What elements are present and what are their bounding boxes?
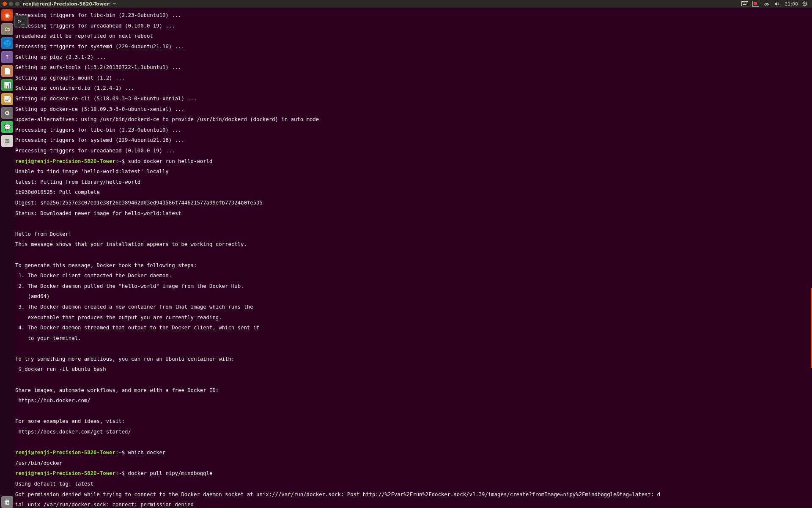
window-controls	[3, 2, 19, 6]
calc-app-icon[interactable]: 📊	[1, 79, 13, 91]
terminal-line: 1b930d010525: Pull complete	[15, 190, 811, 195]
unity-launcher: ◉ 🗂 🌐 ? 📄 📊 📈 >_ ⚙ 💬 ✉ 🗑	[0, 8, 14, 508]
terminal-line: 3. The Docker daemon created a new conta…	[15, 304, 811, 309]
terminal-prompt-line: renji@renji-Precision-5820-Tower:~$ dock…	[15, 471, 811, 476]
terminal-line: ial unix /var/run/docker.sock: connect: …	[15, 502, 811, 507]
writer-app-icon[interactable]: 📄	[1, 65, 13, 77]
top-panel: renji@renji-Precision-5820-Tower: ~ 21:0…	[0, 0, 812, 8]
terminal-line: Setting up containerd.io (1.2.4-1) ...	[15, 86, 811, 91]
browser-app-icon[interactable]: 🌐	[1, 37, 13, 49]
keyboard-indicator-icon[interactable]	[741, 1, 748, 6]
terminal-line: Processing triggers for libc-bin (2.23-0…	[15, 127, 811, 133]
terminal-line: 1. The Docker client contacted the Docke…	[15, 273, 811, 278]
terminal-line	[15, 440, 811, 445]
svg-rect-4	[743, 4, 746, 5]
dash-icon[interactable]: ◉	[1, 9, 13, 21]
svg-marker-5	[775, 2, 777, 6]
terminal-line: Setting up docker-ce-cli (5:18.09.3~3-0~…	[15, 96, 811, 101]
network-indicator-icon[interactable]	[763, 1, 770, 6]
files-app-icon[interactable]: 🗂	[1, 23, 13, 35]
terminal-line	[15, 221, 811, 226]
window-title: renji@renji-Precision-5820-Tower: ~	[23, 1, 116, 7]
settings-app-icon[interactable]: ⚙	[1, 107, 13, 119]
sound-indicator-icon[interactable]	[774, 1, 780, 6]
prompt-icon: >_	[18, 19, 25, 24]
terminal-line: https://hub.docker.com/	[15, 398, 811, 403]
terminal-line: (amd64)	[15, 294, 811, 299]
settings-indicator-icon[interactable]	[802, 1, 807, 6]
terminal-line: 2. The Docker daemon pulled the "hello-w…	[15, 284, 811, 289]
terminal-line: https://docs.docker.com/get-started/	[15, 429, 811, 434]
ubuntu-logo-icon: ◉	[5, 12, 10, 19]
terminal-line: ureadahead will be reprofiled on next re…	[15, 33, 811, 39]
terminal-line: /usr/bin/docker	[15, 461, 811, 466]
terminal-line	[15, 252, 811, 257]
svg-rect-1	[743, 3, 743, 3]
terminal-line: For more examples and ideas, visit:	[15, 419, 811, 424]
terminal-prompt-line: renji@renji-Precision-5820-Tower:~$ sudo…	[15, 159, 811, 164]
trash-can-icon: 🗑	[4, 499, 10, 505]
spreadsheet-icon: 📊	[4, 82, 11, 88]
terminal-line: To generate this message, Docker took th…	[15, 263, 811, 268]
terminal-line: Setting up docker-ce (5:18.09.3~3-0~ubun…	[15, 107, 811, 112]
terminal-line: Processing triggers for ureadahead (0.10…	[15, 148, 811, 153]
window-close-button[interactable]	[3, 2, 7, 6]
terminal-line: To try something more ambitious, you can…	[15, 356, 811, 362]
help-app-icon[interactable]: ?	[1, 51, 13, 63]
terminal-line: Digest: sha256:2557e3c07ed1e38f26e389462…	[15, 200, 811, 205]
terminal-line: Status: Downloaded newer image for hello…	[15, 211, 811, 216]
terminal-line: to your terminal.	[15, 336, 811, 341]
envelope-icon: ✉	[5, 138, 10, 144]
typed-command: sudo docker run hello-world	[128, 158, 213, 164]
terminal-line	[15, 409, 811, 414]
clock-indicator[interactable]: 21:00	[785, 1, 798, 7]
terminal-line: This message shows that your installatio…	[15, 242, 811, 247]
terminal-viewport[interactable]: Processing triggers for libc-bin (2.23-0…	[14, 8, 812, 508]
typed-command: which docker	[128, 450, 166, 456]
terminal-line: Processing triggers for systemd (229-4ub…	[15, 44, 811, 49]
terminal-line: update-alternatives: using /usr/bin/dock…	[15, 117, 811, 122]
svg-rect-0	[742, 2, 748, 6]
window-minimize-button[interactable]	[9, 2, 13, 6]
mail-app-icon[interactable]: ✉	[1, 135, 13, 147]
terminal-line: $ docker run -it ubuntu bash	[15, 367, 811, 372]
terminal-line: Using default tag: latest	[15, 481, 811, 486]
terminal-line: executable that produces the output you …	[15, 315, 811, 320]
question-icon: ?	[5, 54, 8, 61]
presentation-icon: 📈	[4, 96, 11, 102]
terminal-line: Hello from Docker!	[15, 232, 811, 237]
globe-icon: 🌐	[4, 40, 11, 47]
terminal-line	[15, 346, 811, 351]
folder-icon: 🗂	[4, 26, 10, 33]
terminal-line: Processing triggers for systemd (229-4ub…	[15, 138, 811, 143]
terminal-line: Processing triggers for ureadahead (0.10…	[15, 23, 811, 28]
document-icon: 📄	[4, 68, 11, 75]
terminal-app-icon[interactable]: >_	[14, 15, 28, 27]
terminal-line: Setting up pigz (2.3.1-2) ...	[15, 55, 811, 60]
svg-rect-2	[744, 3, 745, 3]
terminal-line: Setting up cgroupfs-mount (1.2) ...	[15, 75, 811, 80]
terminal-line: latest: Pulling from library/hello-world	[15, 179, 811, 185]
terminal-line: Processing triggers for libc-bin (2.23-0…	[15, 13, 811, 18]
wechat-app-icon[interactable]: 💬	[1, 121, 13, 133]
gear-icon: ⚙	[5, 110, 10, 116]
trash-icon[interactable]: 🗑	[1, 496, 13, 508]
svg-rect-3	[746, 3, 747, 3]
screen-record-icon[interactable]	[752, 1, 759, 7]
impress-app-icon[interactable]: 📈	[1, 93, 13, 105]
svg-point-7	[804, 3, 806, 5]
terminal-line	[15, 377, 811, 382]
window-maximize-button[interactable]	[15, 2, 19, 6]
terminal-line: Got permission denied while trying to co…	[15, 492, 811, 497]
terminal-line: Share images, automate workflows, and mo…	[15, 388, 811, 393]
terminal-line: Setting up aufs-tools (1:3.2+20130722-1.…	[15, 65, 811, 70]
chat-icon: 💬	[4, 124, 11, 130]
terminal-line: 4. The Docker daemon streamed that outpu…	[15, 325, 811, 330]
terminal-prompt-line: renji@renji-Precision-5820-Tower:~$ whic…	[15, 450, 811, 455]
terminal-line: Unable to find image 'hello-world:latest…	[15, 169, 811, 174]
typed-command: docker pull nipy/mindboggle	[128, 470, 213, 476]
